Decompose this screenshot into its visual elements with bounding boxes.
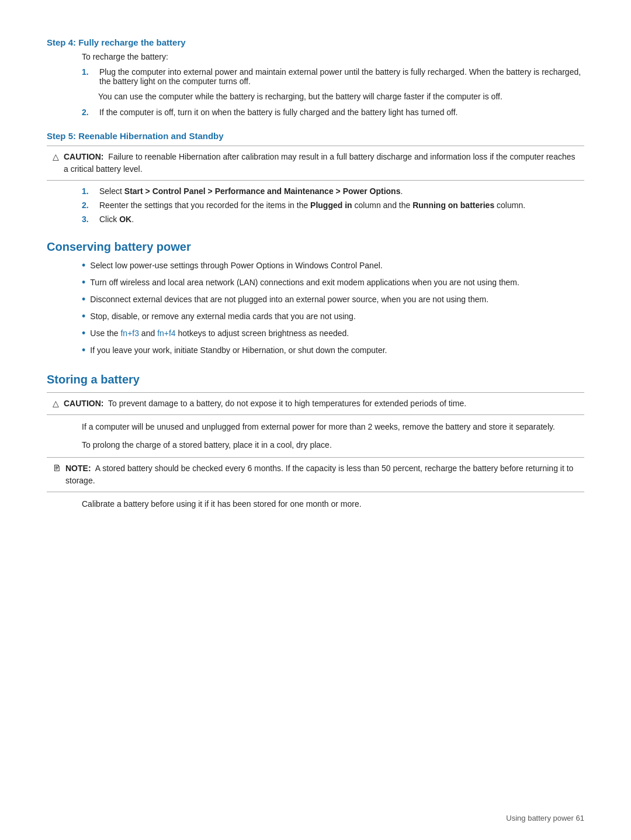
- list-num: 2.: [82, 201, 93, 210]
- list-item: • If you leave your work, initiate Stand…: [82, 344, 584, 357]
- step5-heading: Step 5: Reenable Hibernation and Standby: [47, 131, 584, 141]
- list-item: 2. Reenter the settings that you recorde…: [82, 201, 584, 210]
- storing-section: Storing a battery △ CAUTION: To prevent …: [47, 373, 584, 510]
- list-item: • Select low power-use settings through …: [82, 260, 584, 272]
- step4-intro: To recharge the battery:: [82, 52, 584, 61]
- list-num: 2.: [82, 108, 93, 117]
- storing-para1: If a computer will be unused and unplugg…: [82, 421, 584, 433]
- conserving-section: Conserving battery power • Select low po…: [47, 240, 584, 357]
- step4-section: Step 4: Fully recharge the battery To re…: [47, 37, 584, 117]
- step4-list: 1. Plug the computer into external power…: [82, 67, 584, 86]
- step4-heading: Step 4: Fully recharge the battery: [47, 37, 584, 47]
- caution-icon: △: [53, 151, 59, 163]
- storing-caution: △ CAUTION: To prevent damage to a batter…: [47, 392, 584, 415]
- list-content: If the computer is off, turn it on when …: [99, 108, 584, 117]
- storing-heading: Storing a battery: [47, 373, 584, 386]
- step5-list: 1. Select Start > Control Panel > Perfor…: [82, 186, 584, 224]
- bullet-dot: •: [82, 345, 85, 355]
- list-content: Use the fn+f3 and fn+f4 hotkeys to adjus…: [90, 327, 349, 340]
- list-item: 1. Plug the computer into external power…: [82, 67, 584, 86]
- fn-f3-link[interactable]: fn+f3: [120, 329, 139, 338]
- storing-note: 🖹 NOTE: A stored battery should be check…: [47, 457, 584, 492]
- list-item: • Stop, disable, or remove any external …: [82, 310, 584, 323]
- list-item: • Use the fn+f3 and fn+f4 hotkeys to adj…: [82, 327, 584, 340]
- caution-label: CAUTION:: [64, 399, 103, 408]
- step5-section: Step 5: Reenable Hibernation and Standby…: [47, 131, 584, 224]
- step4-list2: 2. If the computer is off, turn it on wh…: [82, 108, 584, 117]
- list-item: 3. Click OK.: [82, 215, 584, 224]
- note-text: NOTE: A stored battery should be checked…: [65, 462, 578, 487]
- conserving-heading: Conserving battery power: [47, 240, 584, 254]
- storing-para3: Calibrate a battery before using it if i…: [82, 498, 584, 510]
- storing-para2: To prolong the charge of a stored batter…: [82, 439, 584, 451]
- list-content: Click OK.: [99, 215, 584, 224]
- caution-label: CAUTION:: [64, 152, 103, 161]
- list-num: 1.: [82, 67, 93, 86]
- bullet-dot: •: [82, 294, 85, 305]
- caution-icon: △: [53, 397, 59, 410]
- list-content: Turn off wireless and local area network…: [90, 276, 519, 289]
- page-footer: Using battery power 61: [506, 814, 584, 822]
- list-content: Stop, disable, or remove any external me…: [90, 310, 355, 323]
- note-label: NOTE:: [65, 464, 91, 473]
- conserving-list: • Select low power-use settings through …: [82, 260, 584, 357]
- caution-body: Failure to reenable Hibernation after ca…: [64, 152, 575, 174]
- list-content: Plug the computer into external power an…: [99, 67, 584, 86]
- bullet-dot: •: [82, 260, 85, 271]
- bullet-dot: •: [82, 328, 85, 338]
- caution-text: CAUTION: Failure to reenable Hibernation…: [64, 151, 578, 175]
- list-item: 1. Select Start > Control Panel > Perfor…: [82, 186, 584, 196]
- caution-text: CAUTION: To prevent damage to a battery,…: [64, 397, 466, 410]
- caution-body: To prevent damage to a battery, do not e…: [108, 399, 466, 408]
- list-num: 3.: [82, 215, 93, 224]
- note-body: A stored battery should be checked every…: [65, 464, 573, 485]
- list-item: • Turn off wireless and local area netwo…: [82, 276, 584, 289]
- step4-subpara: You can use the computer while the batte…: [98, 91, 584, 103]
- note-icon: 🖹: [53, 462, 61, 475]
- fn-f4-link[interactable]: fn+f4: [157, 329, 176, 338]
- list-content: Disconnect external devices that are not…: [90, 293, 488, 306]
- list-num: 1.: [82, 186, 93, 196]
- list-content: Reenter the settings that you recorded f…: [99, 201, 584, 210]
- bullet-dot: •: [82, 311, 85, 322]
- list-content: If you leave your work, initiate Standby…: [90, 344, 387, 357]
- list-item: • Disconnect external devices that are n…: [82, 293, 584, 306]
- list-item: 2. If the computer is off, turn it on wh…: [82, 108, 584, 117]
- bullet-dot: •: [82, 277, 85, 288]
- list-content: Select Start > Control Panel > Performan…: [99, 186, 584, 196]
- list-content: Select low power-use settings through Po…: [90, 260, 382, 272]
- step5-caution: △ CAUTION: Failure to reenable Hibernati…: [47, 146, 584, 181]
